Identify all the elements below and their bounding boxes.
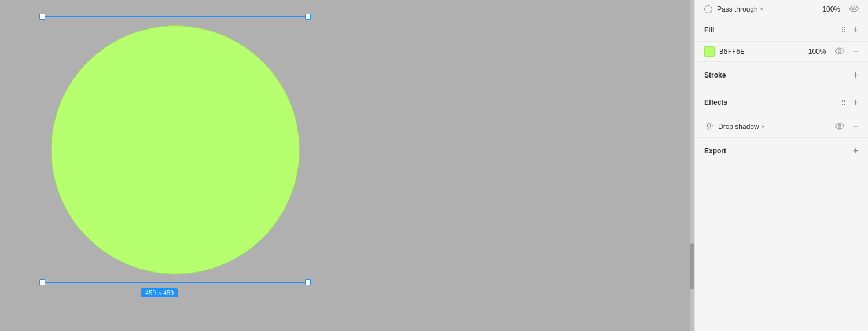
export-section-header: Export +: [695, 137, 868, 164]
drop-shadow-chevron: ▾: [762, 124, 764, 130]
fill-item-row: B6FF6E 100% −: [695, 42, 868, 62]
fill-add-button[interactable]: +: [852, 25, 859, 35]
handle-bottom-left[interactable]: [39, 279, 45, 285]
svg-point-2: [707, 124, 711, 127]
handle-top-left[interactable]: [39, 14, 45, 20]
effects-section-header: Effects ⠿ +: [695, 89, 868, 116]
opacity-value[interactable]: 100%: [822, 5, 840, 13]
stroke-add-button[interactable]: +: [852, 70, 859, 80]
svg-line-8: [711, 128, 712, 128]
stroke-section-header: Stroke +: [695, 62, 868, 89]
svg-line-7: [706, 123, 707, 123]
fill-section-header: Fill ⠿ +: [695, 19, 868, 42]
blend-mode-text: Pass through: [717, 5, 758, 13]
visibility-toggle[interactable]: [849, 5, 859, 14]
canvas-area: 459 × 459: [0, 0, 690, 331]
effects-add-button[interactable]: +: [852, 97, 859, 108]
fill-title: Fill: [704, 26, 714, 34]
fill-hex-value[interactable]: B6FF6E: [719, 47, 804, 56]
fill-visibility-toggle[interactable]: [835, 47, 844, 56]
drop-shadow-remove[interactable]: −: [852, 122, 859, 132]
svg-point-0: [853, 8, 855, 10]
effects-grid-icon[interactable]: ⠿: [841, 98, 847, 107]
svg-point-1: [838, 50, 841, 52]
blend-mode-icon: [704, 5, 712, 13]
stroke-actions: +: [852, 70, 859, 80]
fill-actions: ⠿ +: [841, 25, 859, 35]
size-label: 459 × 459: [141, 288, 178, 297]
drop-shadow-row: Drop shadow ▾ −: [695, 116, 868, 137]
blend-mode-selector[interactable]: Pass through ▾: [717, 5, 818, 13]
blend-mode-chevron: ▾: [760, 6, 763, 12]
svg-line-9: [711, 123, 712, 123]
drop-shadow-visibility[interactable]: [835, 122, 844, 131]
effects-actions: ⠿ +: [841, 97, 859, 108]
scroll-thumb[interactable]: [690, 243, 694, 289]
fill-grid-icon[interactable]: ⠿: [841, 26, 847, 35]
handle-bottom-right[interactable]: [305, 279, 311, 285]
divider-scrollbar: [690, 0, 694, 331]
drop-shadow-name[interactable]: Drop shadow ▾: [718, 123, 830, 131]
drop-shadow-icon: [704, 121, 713, 132]
fill-color-swatch[interactable]: [704, 46, 715, 57]
circle-shape: [51, 25, 300, 274]
svg-line-10: [706, 128, 707, 128]
blend-mode-row: Pass through ▾ 100%: [695, 0, 868, 19]
right-panel: Pass through ▾ 100% Fill ⠿ + B6FF6E 100%: [694, 0, 868, 331]
export-title: Export: [704, 147, 726, 155]
svg-point-11: [838, 124, 841, 127]
export-add-button[interactable]: +: [852, 146, 859, 156]
fill-remove-button[interactable]: −: [852, 46, 859, 57]
stroke-title: Stroke: [704, 71, 726, 79]
handle-top-right[interactable]: [305, 14, 311, 20]
effects-title: Effects: [704, 98, 727, 106]
fill-opacity[interactable]: 100%: [808, 47, 826, 56]
